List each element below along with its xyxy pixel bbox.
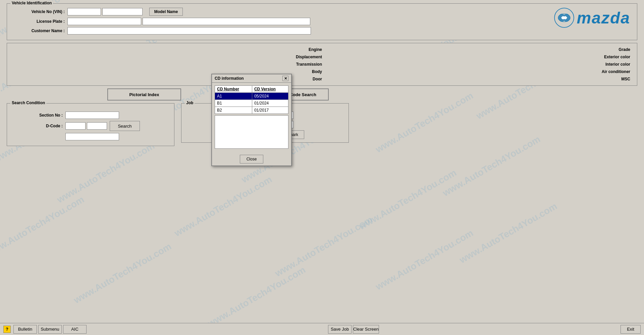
modal-footer: Close [212, 153, 291, 165]
modal-body: CD Number CD Version A105/2024B101/2024B… [212, 83, 291, 153]
col-cd-number: CD Number [215, 86, 252, 93]
modal-titlebar: CD information ✕ [212, 74, 291, 83]
cd-table: CD Number CD Version A105/2024B101/2024B… [215, 85, 288, 114]
cd-table-row[interactable]: A105/2024 [215, 93, 288, 100]
col-cd-version: CD Version [252, 86, 288, 93]
modal-close-button[interactable]: Close [240, 155, 263, 163]
cd-info-dialog: CD information ✕ CD Number CD Version A1… [211, 74, 292, 166]
cd-table-row[interactable]: B101/2024 [215, 100, 288, 107]
modal-overlay: CD information ✕ CD Number CD Version A1… [0, 0, 644, 335]
modal-title: CD information [215, 76, 244, 81]
cd-empty-area [215, 115, 288, 149]
cd-table-row[interactable]: B201/2017 [215, 107, 288, 114]
modal-close-x-button[interactable]: ✕ [282, 76, 288, 81]
